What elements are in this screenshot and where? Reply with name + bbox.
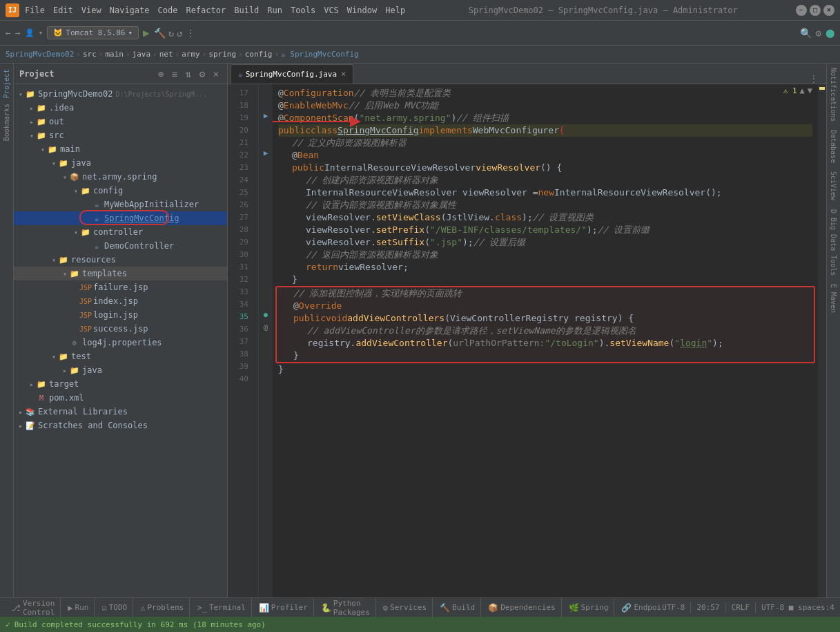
panel-sort-icon[interactable]: ≡ [169,68,180,79]
tree-idea[interactable]: ▸ 📁 .idea [14,101,227,115]
breadcrumb-src[interactable]: src [83,50,97,59]
toolbar-forward-icon[interactable]: → [15,28,21,38]
menu-window[interactable]: Window [347,6,377,15]
run-button[interactable]: ▶ [143,26,150,39]
warning-up[interactable]: ▲ [800,86,805,95]
panel-close-icon[interactable]: × [211,68,222,79]
tomcat-selector[interactable]: 🐱 Tomcat 8.5.86 ▾ [47,26,139,39]
status-line-ending[interactable]: CRLF [732,603,750,612]
tree-test[interactable]: ▾ 📁 test [14,349,227,363]
tab-close-button[interactable]: × [341,69,346,79]
status-tab-terminal[interactable]: >_ Terminal [191,598,251,617]
tree-scratches[interactable]: ▸ 📝 Scratches and Consoles [14,419,227,432]
menu-run[interactable]: Run [267,6,282,15]
tree-log4j[interactable]: ⚙ log4j.properties [14,336,227,349]
tree-java-test[interactable]: ▸ 📁 java [14,363,227,377]
minimize-button[interactable]: − [796,5,807,16]
tree-springmvcconfig[interactable]: ☕ SpringMvcConfig [14,211,227,225]
package-icon: 📦 [69,171,80,182]
build-icon-more[interactable]: ⋮ [186,28,195,39]
tree-controller[interactable]: ▾ 📁 controller [14,225,227,239]
toolbar-back-icon[interactable]: ← [6,28,11,38]
sidebar-notifications[interactable]: Notifications [830,64,837,126]
menu-help[interactable]: Help [385,6,405,15]
tree-mywebapp[interactable]: ☕ MyWebAppInitializer [14,198,227,211]
status-tab-dependencies[interactable]: 📦 Dependencies [482,598,561,617]
maximize-button[interactable]: □ [810,5,821,16]
menu-code[interactable]: Code [158,6,178,15]
panel-toolbar: ⊕ ≡ ⇅ ⚙ × [155,68,222,79]
project-panel-toggle[interactable]: Project [3,66,10,101]
menu-navigate[interactable]: Navigate [110,6,150,15]
tree-root[interactable]: ▾ 📁 SpringMvcDemo02 D:\Projects\SpringM.… [14,87,227,101]
sidebar-sciview[interactable]: SciView [830,167,837,204]
status-tab-endpoints[interactable]: 🔗 Endpoints [616,598,662,617]
sidebar-database[interactable]: Database [830,126,837,167]
tree-pom[interactable]: M pom.xml [14,391,227,405]
breadcrumb-spring[interactable]: spring [208,50,236,59]
menu-edit[interactable]: Edit [53,6,73,15]
tree-indexjsp[interactable]: JSP index.jsp [14,294,227,308]
status-tab-python-packages[interactable]: 🐍 Python Packages [315,598,376,617]
editor-tab-springmvcconfig[interactable]: ☕ SpringMvcConfig.java × [231,64,353,84]
toolbar-user-arrow[interactable]: ▾ [39,28,43,37]
folder-icon-java-test: 📁 [69,365,80,376]
error-stripe-warning[interactable] [819,87,825,90]
breadcrumb-project[interactable]: SpringMvcDemo02 [6,50,74,59]
breadcrumb-net[interactable]: net [159,50,173,59]
tree-package[interactable]: ▾ 📦 net.army.spring [14,170,227,184]
status-tab-services[interactable]: ⚙ Services [378,598,433,617]
tab-overflow[interactable]: ⋮ [804,74,823,84]
tree-successjsp[interactable]: JSP success.jsp [14,322,227,336]
status-tab-problems[interactable]: ⚠ Problems [135,598,190,617]
menu-file[interactable]: File [25,6,45,15]
settings-icon[interactable]: ⚙ [816,28,821,39]
panel-add-icon[interactable]: ⊕ [155,68,166,79]
run-label: Run [75,603,89,612]
breadcrumb-army[interactable]: army [182,50,200,59]
menu-view[interactable]: View [81,6,101,15]
tree-democontroller[interactable]: ☕ DemoController [14,239,227,253]
breadcrumb-config[interactable]: config [245,50,273,59]
tree-main[interactable]: ▾ 📁 main [14,142,227,156]
tree-templates[interactable]: ▾ 📁 templates [14,267,227,280]
breadcrumb-file[interactable]: ☕ SpringMvcConfig [281,50,359,59]
build-icon-reload[interactable]: ↻ [168,28,174,39]
search-everywhere-icon[interactable]: 🔍 [800,28,812,39]
sidebar-maven[interactable]: E Maven [830,280,837,317]
tree-loginjsp[interactable]: JSP login.jsp [14,308,227,322]
tree-src[interactable]: ▾ 📁 src [14,128,227,142]
project-panel: Project ⊕ ≡ ⇅ ⚙ × ▾ 📁 SpringMvcDemo02 D:… [14,64,228,597]
tree-resources[interactable]: ▾ 📁 resources [14,253,227,267]
bookmarks-toggle[interactable]: Bookmarks [3,101,10,144]
build-icon-undo[interactable]: ↺ [177,28,182,39]
status-tab-todo[interactable]: ☑ TODO [96,598,133,617]
menu-refactor[interactable]: Refactor [186,6,226,15]
status-encoding[interactable]: UTF-8 [662,603,685,612]
tree-target[interactable]: ▸ 📁 target [14,377,227,391]
status-tab-build[interactable]: 🔨 Build [434,598,481,617]
tree-config[interactable]: ▾ 📁 config [14,184,227,198]
tree-out[interactable]: ▸ 📁 out [14,115,227,128]
status-tab-run[interactable]: ▶ Run [62,598,95,617]
menu-build[interactable]: Build [234,6,259,15]
panel-settings-icon[interactable]: ⚙ [197,68,208,79]
menu-vcs[interactable]: VCS [324,6,339,15]
menu-tools[interactable]: Tools [291,6,315,15]
tree-external-libs[interactable]: ▸ 📚 External Libraries [14,405,227,419]
breadcrumb-java[interactable]: java [133,50,151,59]
breadcrumb-main[interactable]: main [105,50,124,59]
toolbar-user-icon[interactable]: 👤 [25,28,35,37]
tree-failurejsp[interactable]: JSP failure.jsp [14,280,227,294]
status-tab-profiler[interactable]: 📊 Profiler [253,598,314,617]
tree-java[interactable]: ▾ 📁 java [14,156,227,170]
code-content[interactable]: @Configuration // 表明当前类是配置类 @EnableWebMv… [273,84,818,597]
status-tab-spring[interactable]: 🌿 Spring [563,598,615,617]
panel-expand-icon[interactable]: ⇅ [183,68,194,79]
sidebar-bigdata[interactable]: D Big Data Tools [830,205,837,280]
build-icon-hammer[interactable]: 🔨 [154,28,166,39]
status-tab-version-control[interactable]: ⎇ Version Control [6,598,61,617]
line-num-33: 33 [228,286,253,298]
warning-down[interactable]: ▼ [808,86,812,95]
close-button[interactable]: × [823,5,834,16]
